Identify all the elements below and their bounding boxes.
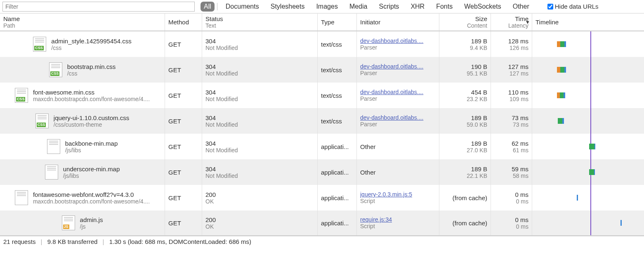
filter-tab-media[interactable]: Media bbox=[344, 2, 373, 12]
table-row[interactable]: CSSadmin_style.1425995454.css/cssGET304N… bbox=[0, 31, 644, 57]
filter-tab-all[interactable]: All bbox=[201, 2, 215, 12]
table-row[interactable]: JSadmin.js/jsGET200OKapplicati...require… bbox=[0, 210, 644, 236]
filter-tab-xhr[interactable]: XHR bbox=[405, 2, 430, 12]
network-toolbar: AllDocumentsStylesheetsImagesMediaScript… bbox=[0, 0, 644, 13]
file-name: font-awesome.min.css bbox=[33, 89, 150, 96]
filter-input[interactable] bbox=[2, 2, 195, 12]
file-path: /js/libs bbox=[63, 173, 120, 179]
mime-type: applicati... bbox=[321, 169, 353, 176]
table-row[interactable]: CSSjquery-ui-1.10.0.custom.css/css/custo… bbox=[0, 108, 644, 134]
timeline-cell bbox=[532, 134, 644, 159]
table-row[interactable]: CSSfont-awesome.min.cssmaxcdn.bootstrapc… bbox=[0, 83, 644, 108]
header-time[interactable]: Time Latency ▼ bbox=[491, 14, 532, 31]
initiator-type: Parser bbox=[360, 95, 436, 102]
header-method[interactable]: Method bbox=[165, 14, 202, 31]
initiator-link[interactable]: jquery-2.0.3.min.js:5 bbox=[360, 191, 436, 198]
table-row[interactable]: CSSbootstrap.min.css/cssGET304Not Modifi… bbox=[0, 57, 644, 83]
method: GET bbox=[168, 118, 198, 125]
filter-tab-websockets[interactable]: WebSockets bbox=[458, 2, 507, 12]
size: (from cache) bbox=[453, 220, 487, 227]
initiator-link[interactable]: dev-dashboard.oitlabs.... bbox=[360, 89, 436, 95]
method: GET bbox=[168, 41, 198, 48]
timing-bar bbox=[557, 67, 566, 73]
size: 189 B bbox=[471, 38, 487, 45]
timeline-marker bbox=[590, 31, 591, 57]
hide-data-urls-checkbox[interactable] bbox=[547, 4, 553, 9]
header-name[interactable]: Name Path bbox=[0, 14, 165, 31]
latency: 73 ms bbox=[513, 121, 528, 128]
table-row[interactable]: fontawesome-webfont.woff2?v=4.3.0maxcdn.… bbox=[0, 185, 644, 210]
file-path: maxcdn.bootstrapcdn.com/font-awesome/4..… bbox=[33, 96, 150, 102]
filter-tab-images[interactable]: Images bbox=[310, 2, 343, 12]
header-timeline[interactable]: Timeline bbox=[532, 14, 644, 31]
status-text: Not Modified bbox=[205, 147, 314, 154]
file-name: admin_style.1425995454.css bbox=[51, 38, 131, 45]
initiator: Other bbox=[360, 169, 436, 176]
mime-type: applicati... bbox=[321, 143, 353, 150]
content-size: 95.1 KB bbox=[467, 70, 487, 77]
table-row[interactable]: backbone-min.map/js/libsGET304Not Modifi… bbox=[0, 134, 644, 159]
method: GET bbox=[168, 220, 198, 227]
file-name: jquery-ui-1.10.0.custom.css bbox=[54, 114, 129, 121]
initiator-link[interactable]: dev-dashboard.oitlabs.... bbox=[360, 114, 436, 121]
status-text: Not Modified bbox=[205, 45, 314, 51]
hide-data-urls[interactable]: Hide data URLs bbox=[547, 3, 599, 10]
file-none-icon bbox=[47, 139, 60, 154]
timing-bar bbox=[557, 92, 565, 98]
status-bar: 21 requests | 9.8 KB transferred | 1.30 … bbox=[0, 236, 644, 247]
file-none-icon bbox=[15, 190, 28, 205]
header-status[interactable]: Status Text bbox=[202, 14, 318, 31]
table-row[interactable]: underscore-min.map/js/libsGET304Not Modi… bbox=[0, 159, 644, 185]
filter-tab-other[interactable]: Other bbox=[507, 2, 535, 12]
footer-requests: 21 requests bbox=[3, 238, 35, 245]
status-code: 304 bbox=[205, 63, 314, 70]
latency: 0 ms bbox=[516, 223, 528, 230]
time: 73 ms bbox=[512, 114, 528, 121]
file-css-icon: CSS bbox=[49, 62, 62, 77]
latency: 127 ms bbox=[510, 70, 528, 77]
content-size: 22.1 KB bbox=[467, 173, 487, 179]
mime-type: text/css bbox=[321, 66, 353, 73]
initiator-type: Parser bbox=[360, 44, 436, 51]
time: 59 ms bbox=[512, 165, 528, 173]
timeline-cell bbox=[532, 31, 644, 57]
content-size: 59.0 KB bbox=[467, 121, 487, 128]
filter-tab-documents[interactable]: Documents bbox=[220, 2, 265, 12]
header-size[interactable]: Size Content bbox=[439, 14, 491, 31]
initiator: Other bbox=[360, 143, 436, 150]
filter-tab-fonts[interactable]: Fonts bbox=[430, 2, 458, 12]
timing-bar bbox=[589, 169, 595, 175]
filter-tab-stylesheets[interactable]: Stylesheets bbox=[265, 2, 311, 12]
latency: 0 ms bbox=[516, 198, 528, 205]
initiator-link[interactable]: require.js:34 bbox=[360, 216, 436, 223]
method: GET bbox=[168, 66, 198, 73]
header-type[interactable]: Type bbox=[318, 14, 357, 31]
initiator-link[interactable]: dev-dashboard.oitlabs.... bbox=[360, 38, 436, 44]
file-js-icon: JS bbox=[62, 215, 75, 230]
header-method-label: Method bbox=[168, 19, 198, 26]
timeline-marker bbox=[590, 108, 591, 134]
timing-bar bbox=[557, 41, 566, 47]
initiator-link[interactable]: dev-dashboard.oitlabs.... bbox=[360, 63, 436, 70]
file-css-icon: CSS bbox=[15, 88, 28, 103]
timeline-cell bbox=[532, 210, 644, 235]
size: 454 B bbox=[471, 89, 487, 96]
status-text: OK bbox=[205, 223, 314, 230]
file-name: admin.js bbox=[80, 216, 103, 223]
mime-type: text/css bbox=[321, 41, 353, 48]
initiator-type: Script bbox=[360, 223, 436, 229]
size: 189 B bbox=[471, 165, 487, 173]
filter-tab-scripts[interactable]: Scripts bbox=[373, 2, 405, 12]
time: 62 ms bbox=[512, 140, 528, 147]
footer-timing: 1.30 s (load: 688 ms, DOMContentLoaded: … bbox=[109, 238, 251, 245]
timeline-cell bbox=[532, 108, 644, 134]
latency: 109 ms bbox=[510, 96, 528, 102]
header-initiator[interactable]: Initiator bbox=[357, 14, 439, 31]
time: 0 ms bbox=[515, 216, 528, 223]
header-size-sub: Content bbox=[467, 22, 487, 29]
file-name: underscore-min.map bbox=[63, 165, 120, 173]
latency: 61 ms bbox=[513, 147, 528, 154]
content-size: 23.2 KB bbox=[467, 96, 487, 102]
size: 189 B bbox=[471, 140, 487, 147]
file-name: fontawesome-webfont.woff2?v=4.3.0 bbox=[33, 191, 150, 198]
